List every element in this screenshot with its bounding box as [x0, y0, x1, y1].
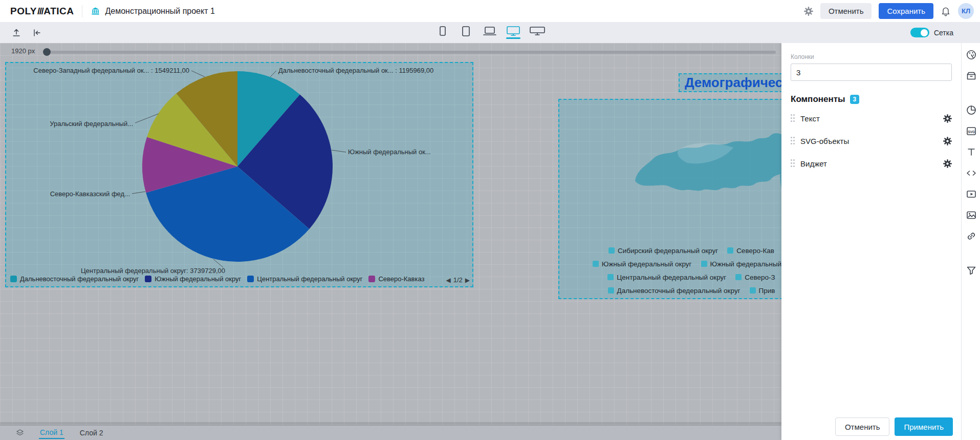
component-settings-gear-icon[interactable] — [943, 114, 952, 123]
palette-icon[interactable] — [966, 49, 977, 60]
legend-swatch — [145, 276, 151, 282]
legend-next-icon[interactable]: ▶ — [465, 277, 470, 284]
zoom-slider-handle[interactable] — [43, 48, 51, 56]
legend-prev-icon[interactable]: ◀ — [446, 277, 450, 284]
device-desktop-icon[interactable] — [506, 26, 520, 39]
legend-label: Южный федеральный округ — [155, 275, 241, 283]
map-legend-label: Южный федеральный округ — [602, 260, 692, 268]
component-row-widget[interactable]: Виджет — [791, 155, 952, 172]
component-row-text[interactable]: Текст — [791, 110, 952, 127]
tab-layer-2[interactable]: Слой 2 — [79, 427, 104, 438]
toolbar-left-group — [11, 28, 42, 38]
panel-cancel-button[interactable]: Отменить — [835, 417, 890, 436]
app-window: POLY///ATICA Демонстрационный проект 1 О… — [0, 0, 980, 440]
components-box-icon[interactable] — [966, 70, 977, 81]
upload-icon[interactable] — [11, 28, 21, 38]
components-header: Компоненты 3 — [791, 94, 952, 104]
grid-toggle-group: Сетка — [910, 28, 953, 37]
project-title: Демонстрационный проект 1 — [105, 7, 214, 16]
map-legend-swatch — [607, 274, 614, 280]
pie-callout-label: Уральский федеральный... — [50, 120, 133, 128]
settings-gear-icon[interactable] — [804, 7, 813, 16]
map-legend-swatch — [593, 261, 599, 267]
filter-icon[interactable] — [966, 265, 977, 276]
link-icon[interactable] — [966, 231, 977, 242]
widget-toolbox: SVG — [961, 43, 980, 440]
logo-text-right: ATICA — [43, 6, 74, 17]
panel-apply-button[interactable]: Применить — [895, 417, 953, 436]
editor-toolbar: Сетка — [0, 22, 980, 43]
widget-chart-icon[interactable] — [966, 104, 977, 116]
cancel-button[interactable]: Отменить — [820, 3, 872, 19]
component-row-label: SVG-объекты — [800, 137, 849, 145]
map-legend-label: Прив — [759, 287, 775, 295]
device-laptop-icon[interactable] — [483, 27, 497, 39]
map-legend-label: Сибирский федеральный округ — [618, 247, 718, 255]
user-avatar[interactable]: КЛ — [958, 3, 974, 19]
component-row-svg[interactable]: SVG-объекты — [791, 132, 952, 150]
component-row-label: Текст — [800, 114, 820, 123]
text-icon[interactable] — [966, 146, 977, 158]
settings-panel: Колонки Компоненты 3 Текст SVG-объекты В… — [781, 43, 961, 440]
map-legend-item: Южный федеральный ок — [701, 260, 791, 268]
layers-bar: Слой 1 Слой 2 — [0, 425, 781, 440]
legend-swatch — [368, 276, 375, 282]
drag-handle-icon[interactable] — [791, 114, 795, 122]
image-icon[interactable] — [966, 209, 977, 221]
legend-label: Северо-Кавказ — [378, 275, 424, 283]
save-button[interactable]: Сохранить — [879, 3, 933, 19]
collapse-left-icon[interactable] — [32, 28, 42, 38]
zoom-slider-track[interactable] — [44, 51, 776, 54]
map-legend-item: Северо-З — [735, 274, 775, 281]
device-tablet-icon[interactable] — [459, 26, 473, 39]
pie-chart-widget[interactable]: Северо-Западный федеральный ок... : 1549… — [5, 62, 473, 287]
legend-pagination: ◀ 1/2 ▶ — [446, 276, 470, 284]
grid-toggle-label: Сетка — [934, 29, 953, 37]
layers-icon[interactable] — [15, 428, 25, 437]
drag-handle-icon[interactable] — [791, 137, 795, 145]
device-widescreen-icon[interactable] — [530, 27, 545, 38]
components-count-badge: 3 — [850, 95, 860, 104]
map-legend-item: Прив — [750, 287, 775, 295]
grid-toggle-switch[interactable] — [910, 28, 929, 37]
legend-item[interactable]: Центральный федеральный округ — [247, 275, 362, 283]
columns-input[interactable] — [791, 64, 952, 81]
device-phone-icon[interactable] — [435, 26, 450, 39]
device-preview-group — [435, 26, 545, 39]
component-settings-gear-icon[interactable] — [943, 137, 952, 145]
russia-map — [631, 104, 805, 242]
callout-leader-line — [332, 150, 346, 152]
svg-object-icon[interactable]: SVG — [966, 125, 977, 137]
legend-swatch — [10, 276, 17, 282]
canvas-width-label: 1920 px — [11, 47, 35, 55]
legend-page-indicator: 1/2 — [453, 276, 463, 284]
map-legend-label: Южный федеральный ок — [710, 260, 791, 268]
panel-actions: Отменить Применить — [835, 417, 953, 436]
legend-item[interactable]: Северо-Кавказ — [368, 275, 424, 283]
notifications-bell-icon[interactable] — [941, 6, 951, 16]
legend-swatch — [247, 276, 254, 282]
component-settings-gear-icon[interactable] — [943, 159, 952, 168]
map-legend-swatch — [608, 247, 615, 254]
legend-item[interactable]: Дальневосточный федеральный округ — [10, 275, 139, 283]
pie-callout-label: Южный федеральный ок... — [348, 148, 431, 156]
map-legend-label: Северо-Кав — [736, 247, 774, 255]
project-header: Демонстрационный проект 1 — [91, 6, 214, 16]
map-legend-label: Северо-З — [745, 274, 775, 281]
legend-item[interactable]: Южный федеральный округ — [145, 275, 241, 283]
pie-callout-label: Северо-Западный федеральный ок... : 1549… — [33, 67, 189, 74]
project-icon — [91, 6, 100, 16]
components-title: Компоненты — [791, 94, 845, 104]
tab-layer-1[interactable]: Слой 1 — [39, 427, 64, 439]
video-icon[interactable] — [966, 188, 977, 200]
map-legend-item: Южный федеральный округ — [593, 260, 692, 268]
callout-leader-line — [132, 192, 145, 194]
pie-chart-svg: Северо-Западный федеральный ок... : 1549… — [6, 63, 472, 286]
map-legend-item: Центральный федеральный округ — [607, 274, 726, 281]
columns-label: Колонки — [791, 53, 952, 60]
logo-slashes: /// — [37, 6, 43, 17]
svg-text:SVG: SVG — [968, 130, 975, 134]
callout-leader-line — [191, 71, 205, 77]
drag-handle-icon[interactable] — [791, 159, 795, 167]
html-code-icon[interactable] — [966, 167, 977, 179]
